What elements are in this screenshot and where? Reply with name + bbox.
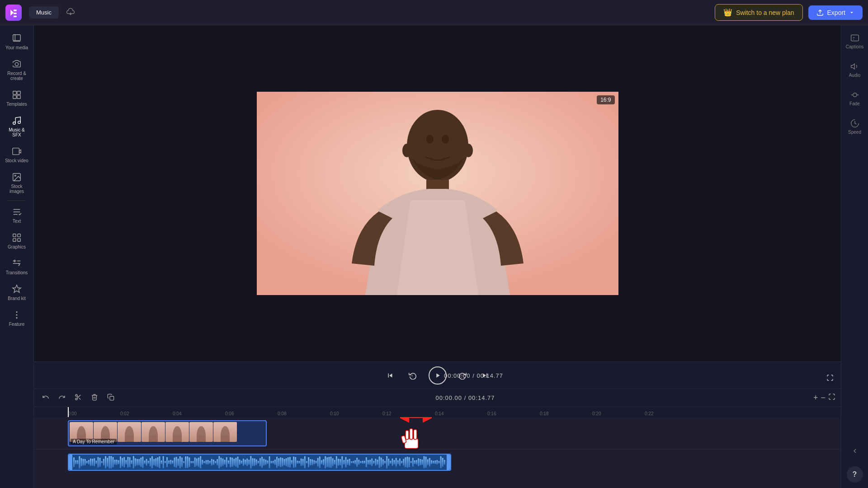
sidebar-item-templates[interactable]: Templates bbox=[0, 85, 33, 111]
svg-rect-92 bbox=[178, 459, 179, 466]
sidebar-item-stock-video[interactable]: Stock video bbox=[0, 142, 33, 168]
redo-button[interactable] bbox=[56, 392, 68, 404]
svg-rect-46 bbox=[92, 459, 93, 465]
svg-rect-81 bbox=[157, 457, 158, 467]
sidebar-item-record-create[interactable]: Record & create bbox=[0, 55, 33, 85]
center-panel: 16:9 5 5 00:00.00 / 00:14.77 bbox=[34, 25, 841, 488]
duplicate-button[interactable] bbox=[104, 392, 117, 404]
svg-rect-141 bbox=[269, 456, 270, 468]
skip-to-start-button[interactable] bbox=[383, 369, 397, 382]
svg-rect-181 bbox=[343, 460, 344, 465]
sidebar-item-transitions[interactable]: Transitions bbox=[0, 254, 33, 280]
svg-rect-102 bbox=[196, 458, 198, 466]
svg-rect-160 bbox=[304, 456, 306, 469]
right-sidebar-item-audio[interactable]: Audio bbox=[841, 59, 868, 80]
sidebar-item-music-sfx[interactable]: Music & SFX bbox=[0, 111, 33, 142]
svg-rect-174 bbox=[330, 456, 332, 468]
svg-rect-210 bbox=[397, 460, 399, 464]
rewind-5s-button[interactable]: 5 bbox=[406, 369, 420, 382]
svg-rect-14 bbox=[18, 234, 20, 237]
svg-rect-40 bbox=[80, 458, 82, 466]
export-button[interactable]: Export bbox=[808, 5, 863, 20]
svg-rect-188 bbox=[356, 458, 358, 467]
delete-button[interactable] bbox=[88, 392, 101, 404]
svg-point-9 bbox=[18, 121, 21, 124]
timeline-tracks[interactable]: A Day To Remember bbox=[34, 417, 841, 488]
sidebar-item-text[interactable]: Text bbox=[0, 202, 33, 228]
svg-rect-136 bbox=[259, 458, 261, 467]
right-sidebar-item-fade[interactable]: Fade bbox=[841, 88, 868, 109]
zoom-in-button[interactable]: + bbox=[813, 393, 818, 403]
switch-plan-button[interactable]: 👑 Switch to a new plan bbox=[715, 4, 802, 21]
svg-rect-123 bbox=[235, 458, 236, 467]
svg-rect-67 bbox=[131, 460, 132, 464]
preview-area: 16:9 bbox=[34, 25, 841, 361]
svg-rect-232 bbox=[439, 461, 440, 463]
svg-rect-185 bbox=[351, 461, 352, 463]
audio-clip[interactable] bbox=[68, 454, 451, 471]
svg-rect-137 bbox=[261, 457, 263, 468]
svg-rect-86 bbox=[166, 457, 168, 467]
cloud-icon[interactable] bbox=[62, 4, 79, 21]
svg-rect-77 bbox=[150, 458, 151, 466]
svg-rect-2 bbox=[13, 35, 21, 41]
svg-rect-183 bbox=[347, 460, 349, 465]
svg-rect-192 bbox=[364, 461, 365, 464]
right-sidebar-item-captions[interactable]: Captions bbox=[841, 31, 868, 52]
svg-rect-76 bbox=[148, 461, 149, 464]
svg-rect-113 bbox=[217, 459, 218, 465]
fullscreen-button[interactable] bbox=[826, 374, 834, 383]
svg-point-17 bbox=[16, 314, 17, 315]
sidebar-item-feature[interactable]: Feature bbox=[0, 305, 33, 331]
audio-right-handle[interactable] bbox=[447, 455, 450, 470]
svg-rect-170 bbox=[323, 459, 324, 465]
sidebar-item-label: Feature bbox=[9, 322, 24, 327]
sidebar-item-your-media[interactable]: Your media bbox=[0, 29, 33, 55]
sidebar-item-graphics[interactable]: Graphics bbox=[0, 228, 33, 254]
fit-timeline-button[interactable] bbox=[828, 393, 835, 403]
svg-rect-169 bbox=[321, 460, 322, 464]
svg-rect-126 bbox=[241, 460, 242, 464]
svg-rect-115 bbox=[220, 458, 222, 467]
right-sidebar-item-speed[interactable]: Speed bbox=[841, 116, 868, 137]
cut-button[interactable] bbox=[72, 392, 85, 404]
undo-button[interactable] bbox=[39, 392, 52, 404]
svg-rect-226 bbox=[427, 459, 429, 465]
svg-rect-180 bbox=[341, 456, 343, 468]
svg-rect-61 bbox=[120, 456, 121, 468]
sidebar-item-label: Brand kit bbox=[8, 296, 25, 301]
svg-rect-10 bbox=[13, 148, 19, 155]
tab-music[interactable]: Music bbox=[29, 6, 59, 19]
thumbnail bbox=[142, 422, 165, 442]
video-clip[interactable]: A Day To Remember bbox=[68, 420, 267, 446]
svg-rect-117 bbox=[224, 460, 226, 465]
timeline-area: 00:00.00 / 00:14.77 + − 0:000:020:040:06… bbox=[34, 389, 841, 488]
svg-rect-158 bbox=[301, 459, 302, 466]
ruler-tick: 0:00 bbox=[68, 411, 76, 416]
current-time: 00:00.00 bbox=[444, 372, 471, 379]
total-time: 00:14.77 bbox=[476, 372, 503, 379]
svg-rect-156 bbox=[297, 460, 298, 464]
svg-rect-110 bbox=[211, 459, 212, 466]
sidebar-item-stock-images[interactable]: Stock images bbox=[0, 168, 33, 198]
svg-rect-186 bbox=[353, 461, 354, 463]
svg-rect-6 bbox=[13, 95, 16, 99]
collapse-right-sidebar-button[interactable] bbox=[849, 445, 861, 459]
topbar: Music 👑 Switch to a new plan Export bbox=[0, 0, 868, 25]
svg-rect-65 bbox=[127, 457, 128, 468]
svg-rect-202 bbox=[382, 459, 384, 465]
ruler-tick: 0:14 bbox=[435, 411, 443, 416]
svg-rect-62 bbox=[122, 458, 123, 466]
svg-rect-230 bbox=[434, 460, 436, 464]
svg-rect-175 bbox=[332, 458, 334, 466]
aspect-ratio-badge: 16:9 bbox=[597, 95, 614, 104]
svg-rect-90 bbox=[174, 458, 175, 467]
audio-left-handle[interactable] bbox=[69, 455, 72, 470]
svg-rect-234 bbox=[442, 458, 443, 466]
svg-rect-69 bbox=[135, 458, 136, 466]
svg-rect-166 bbox=[316, 461, 317, 464]
sidebar-item-brand-kit[interactable]: Brand kit bbox=[0, 280, 33, 305]
zoom-out-button[interactable]: − bbox=[821, 393, 826, 403]
svg-rect-82 bbox=[159, 456, 160, 468]
help-button[interactable]: ? bbox=[847, 466, 863, 483]
